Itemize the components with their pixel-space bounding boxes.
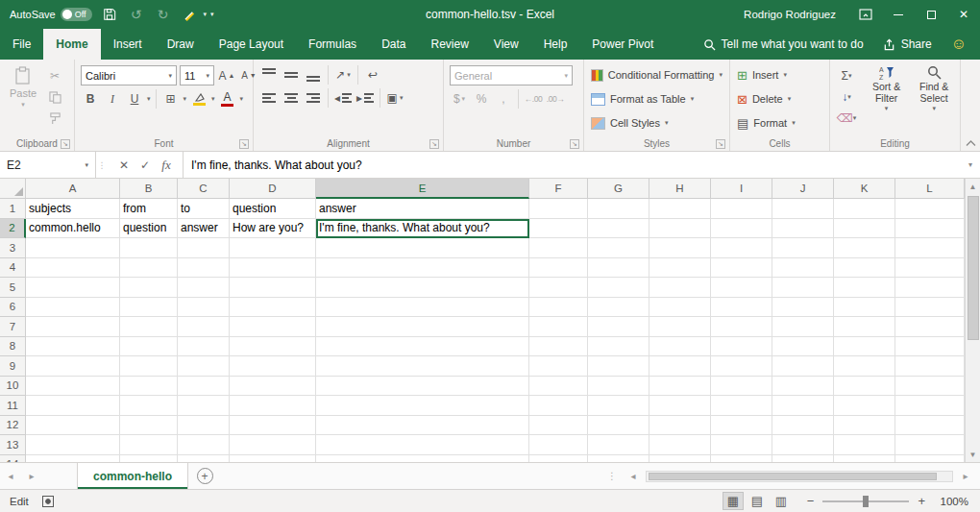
increase-indent-icon[interactable]: ▸ (355, 88, 375, 108)
cell-J2[interactable] (772, 219, 834, 239)
paste-button[interactable]: Paste ▾ (2, 61, 44, 136)
prev-sheet-icon[interactable]: ◂ (0, 463, 21, 489)
column-header-L[interactable]: L (895, 179, 965, 199)
cancel-entry-icon[interactable]: ✕ (115, 158, 133, 172)
row-header-8[interactable]: 8 (0, 337, 26, 357)
cell-A4[interactable] (26, 258, 120, 279)
column-header-I[interactable]: I (711, 179, 772, 199)
cell-C7[interactable] (178, 317, 230, 337)
cell-L7[interactable] (895, 317, 965, 337)
cell-K11[interactable] (834, 396, 895, 416)
cell-G9[interactable] (588, 356, 649, 377)
cell-J11[interactable] (772, 396, 834, 416)
currency-format-button[interactable]: $▾ (450, 89, 469, 109)
cell-J10[interactable] (772, 377, 834, 397)
next-sheet-icon[interactable]: ▸ (21, 463, 42, 489)
cell-A10[interactable] (26, 377, 120, 397)
number-format-combo[interactable]: General ▾ (450, 65, 573, 85)
cell-B14[interactable] (120, 455, 178, 463)
cell-C10[interactable] (178, 377, 230, 397)
cell-I7[interactable] (711, 317, 772, 337)
comma-format-button[interactable]: , (494, 89, 513, 109)
cell-E9[interactable] (316, 356, 529, 377)
cell-C8[interactable] (178, 337, 230, 357)
autosave-pill[interactable]: Off (61, 8, 92, 21)
cell-H4[interactable] (649, 258, 711, 279)
cell-B8[interactable] (120, 337, 178, 357)
ribbon-tab-help[interactable]: Help (531, 29, 580, 60)
row-header-1[interactable]: 1 (0, 199, 26, 219)
cell-G7[interactable] (588, 317, 649, 337)
cell-I5[interactable] (711, 278, 772, 298)
name-box-dropdown-icon[interactable]: ▾ (85, 161, 88, 169)
cell-K2[interactable] (834, 219, 895, 239)
increase-decimal-icon[interactable]: ←.00 (524, 89, 543, 109)
cell-K7[interactable] (834, 317, 895, 337)
cell-L2[interactable] (895, 219, 965, 239)
pen-dropdown-icon[interactable]: ▾ (204, 11, 208, 18)
top-align-icon[interactable] (259, 65, 279, 85)
zoom-slider-thumb[interactable] (863, 496, 869, 507)
cell-D4[interactable] (230, 258, 316, 279)
cell-E3[interactable] (316, 238, 529, 258)
row-header-11[interactable]: 11 (0, 396, 26, 416)
cell-K14[interactable] (834, 455, 895, 463)
cell-F3[interactable] (529, 238, 588, 258)
cell-I4[interactable] (711, 258, 772, 279)
scroll-right-icon[interactable]: ▸ (955, 471, 976, 481)
cell-D13[interactable] (230, 435, 316, 455)
conditional-formatting-button[interactable]: Conditional Formatting ▾ (586, 63, 727, 87)
cell-A12[interactable] (26, 416, 120, 436)
cell-A6[interactable] (26, 298, 120, 318)
cell-E10[interactable] (316, 377, 529, 397)
customize-qat-icon[interactable]: ▾ (210, 11, 214, 18)
ribbon-tab-insert[interactable]: Insert (101, 29, 155, 60)
cell-J6[interactable] (772, 298, 834, 318)
cell-J9[interactable] (772, 356, 834, 377)
cell-F13[interactable] (529, 435, 588, 455)
cell-K5[interactable] (834, 278, 895, 298)
cell-I10[interactable] (711, 377, 772, 397)
row-header-3[interactable]: 3 (0, 238, 26, 258)
cell-L4[interactable] (895, 258, 965, 279)
zoom-in-button[interactable]: + (918, 494, 925, 508)
cell-D12[interactable] (230, 416, 316, 436)
cell-C2[interactable]: answer (178, 219, 230, 239)
autosum-button[interactable]: Σ▾ (836, 67, 857, 85)
cell-D14[interactable] (230, 455, 316, 463)
cell-E11[interactable] (316, 396, 529, 416)
decrease-decimal-icon[interactable]: .00→ (546, 89, 565, 109)
vertical-scrollbar[interactable]: ▲ ▼ (965, 179, 980, 462)
underline-dropdown-icon[interactable]: ▾ (147, 95, 151, 103)
cell-I9[interactable] (711, 356, 772, 377)
cell-E2[interactable]: I'm fine, thanks. What about you? (316, 219, 529, 239)
cell-B7[interactable] (120, 317, 178, 337)
cell-G12[interactable] (588, 416, 649, 436)
increase-font-size-button[interactable]: A▲ (217, 66, 236, 85)
cell-B12[interactable] (120, 416, 178, 436)
sort-filter-button[interactable]: AZ Sort & Filter ▾ (863, 61, 911, 136)
tell-me-box[interactable]: Tell me what you want to do (703, 37, 864, 51)
ribbon-display-options-icon[interactable] (849, 0, 882, 29)
cell-K6[interactable] (834, 298, 895, 318)
cell-I3[interactable] (711, 238, 772, 258)
save-icon[interactable] (100, 4, 119, 25)
format-cells-button[interactable]: ▤ Format ▾ (732, 111, 827, 135)
ribbon-tab-draw[interactable]: Draw (155, 29, 207, 60)
insert-function-icon[interactable]: fx (158, 158, 175, 173)
font-dialog-launcher-icon[interactable]: ↘ (239, 139, 249, 149)
zoom-out-button[interactable]: − (807, 494, 815, 508)
cell-H6[interactable] (649, 298, 711, 318)
user-account[interactable]: Rodrigo Rodriguez (744, 9, 836, 20)
minimize-button[interactable] (882, 0, 915, 29)
cell-K9[interactable] (834, 356, 895, 377)
cell-G1[interactable] (588, 199, 649, 219)
cell-H3[interactable] (649, 238, 711, 258)
cell-G6[interactable] (588, 298, 649, 318)
cell-D6[interactable] (230, 298, 316, 318)
scroll-down-icon[interactable]: ▼ (966, 447, 980, 462)
cell-D2[interactable]: How are you? (230, 219, 316, 239)
cell-D9[interactable] (230, 356, 316, 377)
row-header-2[interactable]: 2 (0, 219, 26, 239)
cell-D10[interactable] (230, 377, 316, 397)
